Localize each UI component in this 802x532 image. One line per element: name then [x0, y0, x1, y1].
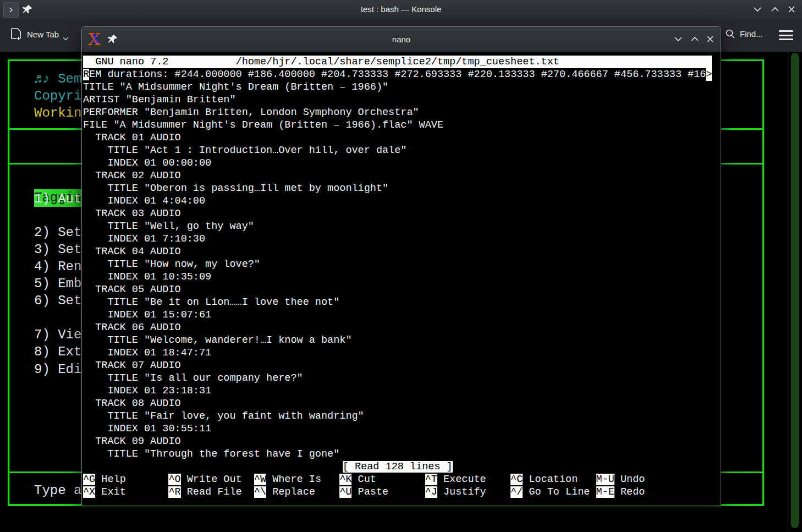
shortcut-key: ^/: [510, 486, 523, 498]
editor-line: TRACK 03 AUDIO: [83, 207, 721, 220]
terminal-menu-item: 5) Emb: [34, 275, 81, 292]
find-button[interactable]: Find...: [725, 29, 763, 39]
editor-line: TITLE "Oberon is passing…Ill met by moon…: [83, 182, 721, 195]
shortcut-key: ^O: [168, 474, 180, 485]
nano-shortcut: ^G Help: [83, 473, 168, 486]
editor-line: INDEX 01 15:07:61: [83, 309, 721, 321]
shortcut-key: ^W: [254, 474, 266, 485]
nano-shortcut: M-U Undo: [596, 473, 712, 486]
box-border-right: [762, 59, 764, 504]
scrollbar-thumb[interactable]: [791, 53, 799, 528]
editor-line: TITLE "Be it on Lion……I love thee not": [83, 296, 721, 309]
nano-statusbar: [ Read 128 lines ]: [83, 460, 712, 473]
nano-shortcut: ^K Cut: [339, 473, 425, 486]
terminal-menu-item: 2) Set: [34, 224, 81, 241]
line-continuation-marker: >: [706, 68, 712, 81]
editor-line: TRACK 04 AUDIO: [83, 245, 721, 258]
terminal-menu-item: 9) Edi: [34, 361, 81, 378]
box-border-left: [8, 59, 9, 504]
nano-titlebar[interactable]: XX nano: [82, 27, 721, 52]
editor-line: INDEX 01 30:55:11: [83, 423, 721, 435]
editor-line: INDEX 01 10:35:09: [83, 271, 721, 283]
shortcut-key: ^J: [425, 486, 437, 498]
shortcut-key: M-U: [596, 474, 614, 485]
shortcut-key: ^X: [83, 486, 95, 498]
nano-shortcut: ^W Where Is: [254, 473, 339, 486]
editor-line: TITLE "Act 1 : Introduction…Over hill, o…: [83, 144, 721, 157]
nano-shortcut: M-E Redo: [596, 486, 712, 498]
nano-shortcut: ^T Execute: [425, 473, 510, 486]
editor-line: TRACK 01 AUDIO: [83, 131, 721, 144]
maximize-button[interactable]: [769, 4, 781, 15]
terminal-menu-item: 8) Ext: [34, 343, 81, 360]
shortcut-label: Cut: [351, 474, 376, 485]
terminal-menu-item: 6) Set: [34, 292, 81, 309]
window-title: test : bash — Konsole: [0, 0, 802, 19]
shortcut-label: Undo: [614, 474, 645, 485]
editor-line: INDEX 01 00:00:00: [83, 157, 721, 169]
hamburger-menu-button[interactable]: [779, 30, 793, 40]
chevron-up-icon: [690, 36, 699, 42]
find-label: Find...: [740, 29, 763, 39]
konsole-titlebar[interactable]: test : bash — Konsole: [0, 0, 802, 19]
editor-line: INDEX 01 7:10:30: [83, 233, 721, 245]
editor-line: INDEX 01 4:04:00: [83, 195, 721, 207]
shortcut-label: Where Is: [266, 474, 321, 485]
editor-body: TITLE "A Midsummer Night's Dream (Britte…: [83, 81, 721, 460]
shortcut-label: Read File: [181, 486, 242, 498]
shortcut-key: ^\: [254, 486, 266, 498]
minimize-button[interactable]: [672, 34, 684, 45]
shortcut-label: Go To Line: [523, 486, 590, 498]
chevron-down-icon[interactable]: [63, 37, 69, 41]
new-tab-label: New Tab: [27, 30, 59, 39]
editor-line: TRACK 06 AUDIO: [83, 321, 721, 334]
shortcut-label: Location: [523, 474, 578, 485]
hamburger-icon: [779, 30, 793, 32]
close-button[interactable]: [785, 4, 798, 15]
editor-line: TRACK 05 AUDIO: [83, 283, 721, 296]
chevron-down-icon: [753, 7, 762, 12]
editor-line: ARTIST "Benjamin Britten": [83, 94, 721, 106]
shortcut-key: ^R: [168, 486, 180, 498]
nano-header-bar: GNU nano 7.2 /home/hjr/.local/share/semp…: [83, 56, 712, 68]
shortcut-label: Execute: [437, 474, 486, 485]
new-tab-button[interactable]: New Tab: [10, 28, 69, 41]
shortcut-label: Paste: [351, 486, 388, 498]
scrollbar-track-separator: [788, 52, 788, 532]
shortcut-key: ^T: [425, 474, 437, 485]
editor-line: INDEX 01 18:47:71: [83, 347, 721, 359]
terminal-menu-item: 1) Aut: [34, 190, 81, 207]
terminal-line: ♬♪ Sem: [34, 70, 81, 87]
close-button[interactable]: [704, 34, 716, 45]
nano-shortcut: ^U Paste: [339, 486, 425, 498]
editor-line: TRACK 09 AUDIO: [83, 435, 721, 448]
nano-shortcut: ^X Exit: [83, 486, 168, 498]
editor-line: TITLE "Well, go thy way": [83, 220, 721, 233]
shortcut-key: ^G: [83, 474, 95, 485]
nano-shortcut: ^O Write Out: [168, 473, 254, 486]
terminal-line: Copyri: [34, 87, 81, 105]
close-icon: [788, 6, 795, 13]
maximize-button[interactable]: [689, 34, 701, 45]
cursor: R: [83, 69, 89, 80]
new-tab-icon: [10, 28, 22, 41]
shortcut-label: Redo: [614, 486, 645, 498]
minimize-button[interactable]: [751, 4, 763, 15]
shortcut-label: Help: [95, 474, 126, 485]
editor-line: FILE "A Midsummer Night's Dream (Britten…: [83, 119, 721, 131]
shortcut-label: Replace: [266, 486, 315, 498]
status-message: [ Read 128 lines ]: [343, 461, 453, 473]
shortcut-label: Justify: [437, 486, 486, 498]
nano-editor[interactable]: GNU nano 7.2 /home/hjr/.local/share/semp…: [82, 52, 721, 506]
nano-file-path: /home/hjr/.local/share/semplice2/tmp/tmp…: [236, 56, 559, 68]
editor-line: PERFORMER "Benjamin Britten, London Symp…: [83, 106, 721, 119]
shortcut-key: ^U: [339, 486, 351, 498]
box-border-shadowed: [81, 506, 721, 507]
editor-line: TITLE "Is all our company here?": [83, 372, 721, 385]
editor-line: TRACK 07 AUDIO: [83, 359, 721, 372]
nano-shortcuts-row2: ^X Exit^R Read File^\ Replace^U Paste^J …: [83, 486, 712, 498]
editor-line: TITLE "Fair love, you faint with wandrin…: [83, 410, 721, 423]
editor-line: TITLE "A Midsummer Night's Dream (Britte…: [83, 81, 721, 94]
nano-shortcut: ^\ Replace: [254, 486, 339, 498]
terminal-line: Workin: [34, 105, 81, 122]
